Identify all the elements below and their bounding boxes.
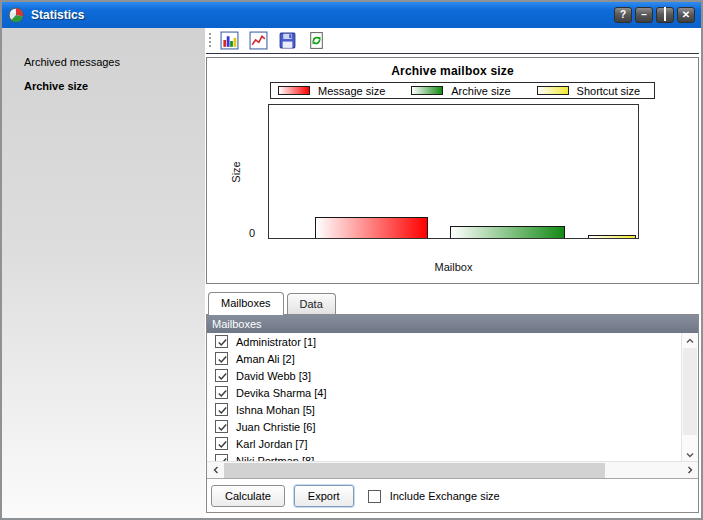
mailboxes-tab-panel: Mailboxes Administrator [1]Aman Ali [2]D… [206, 314, 699, 513]
mailbox-list-wrap: Administrator [1]Aman Ali [2]David Webb … [207, 333, 698, 479]
scroll-up-button[interactable] [682, 333, 698, 348]
bar-chart-view-button[interactable] [218, 30, 240, 52]
include-exchange-checkbox[interactable] [368, 490, 381, 503]
chevron-down-icon [685, 450, 695, 460]
window-controls: ? – ✕ [614, 7, 695, 23]
statistics-window: Statistics ? – ✕ Archived messages Archi… [0, 0, 703, 520]
legend-item-message-size: Message size [278, 85, 385, 97]
app-globe-icon [8, 7, 24, 23]
tab-mailboxes[interactable]: Mailboxes [208, 292, 284, 315]
legend-label: Message size [318, 85, 385, 97]
calculate-button[interactable]: Calculate [211, 485, 285, 507]
list-item[interactable]: David Webb [3] [207, 367, 681, 384]
minimize-icon: – [641, 9, 647, 20]
minimize-button[interactable]: – [635, 7, 653, 23]
scroll-down-button[interactable] [682, 447, 698, 462]
line-chart-view-button[interactable] [247, 30, 269, 52]
y-axis-tick-zero: 0 [249, 227, 255, 239]
help-button[interactable]: ? [614, 7, 632, 23]
list-item-label: Juan Christie [6] [236, 421, 315, 433]
actions-row: Calculate Export Include Exchange size [207, 479, 698, 507]
list-item-label: Karl Jordan [7] [236, 438, 308, 450]
list-item[interactable]: Devika Sharma [4] [207, 384, 681, 401]
scroll-left-button[interactable] [207, 462, 224, 478]
checkbox-icon[interactable] [215, 403, 228, 416]
list-item[interactable]: Ishna Mohan [5] [207, 401, 681, 418]
legend-item-archive-size: Archive size [411, 85, 510, 97]
close-icon: ✕ [682, 9, 690, 20]
list-item-label: Ishna Mohan [5] [236, 404, 315, 416]
chart-title: Archive mailbox size [207, 64, 698, 78]
toolbar-gripper[interactable] [208, 32, 213, 48]
titlebar[interactable]: Statistics ? – ✕ [2, 2, 701, 28]
vertical-scroll-thumb[interactable] [683, 348, 697, 435]
checkbox-icon[interactable] [215, 437, 228, 450]
legend-label: Shortcut size [577, 85, 641, 97]
chevron-up-icon [685, 336, 695, 346]
bar-chart-icon [220, 31, 239, 50]
refresh-icon [307, 31, 326, 50]
chevron-right-icon [685, 465, 695, 475]
checkbox-icon[interactable] [215, 369, 228, 382]
toolbar [206, 28, 699, 54]
list-item-label: Aman Ali [2] [236, 353, 295, 365]
sidebar-item-archive-size[interactable]: Archive size [2, 74, 205, 98]
include-exchange-label: Include Exchange size [390, 490, 500, 502]
chart-panel: Archive mailbox size Message size Archiv… [206, 57, 699, 284]
checkbox-icon[interactable] [215, 386, 228, 399]
vertical-scrollbar[interactable] [681, 333, 698, 462]
line-chart-icon [249, 31, 268, 50]
refresh-button[interactable] [305, 30, 327, 52]
mailbox-list: Administrator [1]Aman Ali [2]David Webb … [207, 333, 681, 462]
bar-message-size [315, 217, 428, 238]
horizontal-scroll-thumb[interactable] [224, 463, 605, 478]
list-item-label: Devika Sharma [4] [236, 387, 326, 399]
help-icon: ? [620, 9, 626, 20]
bar-archive-size [450, 226, 565, 238]
close-button[interactable]: ✕ [677, 7, 695, 23]
chart-legend: Message size Archive size Shortcut size [270, 82, 655, 99]
mailbox-list-header: Mailboxes [207, 315, 698, 333]
sidebar: Archived messages Archive size [2, 28, 205, 518]
scroll-right-button[interactable] [681, 462, 698, 478]
legend-swatch-yellow [537, 86, 569, 95]
x-axis-label: Mailbox [268, 261, 639, 273]
tab-data[interactable]: Data [287, 293, 336, 314]
legend-swatch-green [411, 86, 443, 95]
main-area: Archive mailbox size Message size Archiv… [205, 28, 701, 518]
vertical-scroll-track[interactable] [682, 348, 698, 447]
legend-swatch-red [278, 86, 310, 95]
save-icon [278, 31, 297, 50]
legend-label: Archive size [451, 85, 510, 97]
legend-item-shortcut-size: Shortcut size [537, 85, 641, 97]
maximize-button[interactable] [656, 7, 674, 23]
maximize-icon [664, 7, 666, 21]
list-item[interactable]: Juan Christie [6] [207, 418, 681, 435]
tab-bar: Mailboxes Data [206, 292, 699, 314]
window-title: Statistics [31, 8, 84, 22]
window-body: Archived messages Archive size [2, 28, 701, 518]
list-item[interactable]: Administrator [1] [207, 333, 681, 350]
bar-shortcut-size [588, 235, 636, 238]
list-item[interactable]: Karl Jordan [7] [207, 435, 681, 452]
plot-area [268, 104, 639, 239]
checkbox-icon[interactable] [215, 352, 228, 365]
list-item-label: David Webb [3] [236, 370, 311, 382]
save-button[interactable] [276, 30, 298, 52]
export-button[interactable]: Export [294, 485, 354, 507]
sidebar-item-archived-messages[interactable]: Archived messages [2, 50, 205, 74]
horizontal-scrollbar[interactable] [207, 461, 698, 478]
list-item-label: Administrator [1] [236, 336, 316, 348]
list-item[interactable]: Aman Ali [2] [207, 350, 681, 367]
checkbox-icon[interactable] [215, 420, 228, 433]
y-axis-label-wrap: Size [229, 104, 243, 239]
chevron-left-icon [211, 465, 221, 475]
y-axis-label: Size [230, 161, 242, 182]
checkbox-icon[interactable] [215, 335, 228, 348]
